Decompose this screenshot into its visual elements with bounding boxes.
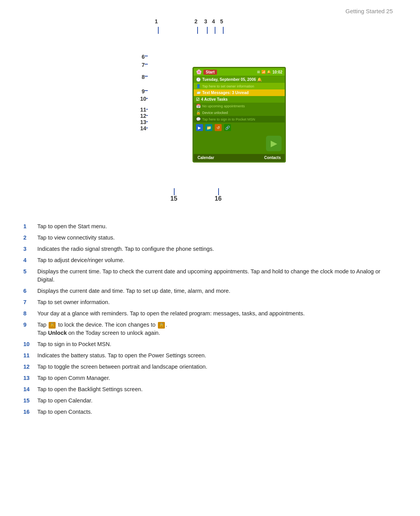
desc-text-9: Tap 🔓 to lock the device. The icon chang… xyxy=(37,321,397,337)
desc-text-16: Tap to open Contacts. xyxy=(37,408,397,416)
label-12: 12 xyxy=(140,113,146,119)
desc-text-1: Tap to open the Start menu. xyxy=(37,222,397,231)
desc-text-2: Tap to view connectivity status. xyxy=(37,234,397,242)
label-3-top: 3 xyxy=(204,18,207,24)
desc-num-6: 6 xyxy=(23,287,37,295)
taskbar-icon-3: ↺ xyxy=(215,124,222,131)
desc-num-9: 9 xyxy=(23,321,37,329)
label-7: 7 xyxy=(142,62,145,68)
label-16: 16 xyxy=(215,195,222,202)
desc-item-6: 6 Displays the current date and time. Ta… xyxy=(23,287,397,295)
desc-text-14: Tap to open the Backlight Settings scree… xyxy=(37,385,397,394)
phone-screen: 🌸 Start ⊞ 📶 🔔 10:02 🕐 Tuesday, September… xyxy=(192,67,286,163)
screen-spacer xyxy=(194,133,285,154)
taskbar-icon-2: 📁 xyxy=(205,124,212,131)
desc-num-13: 13 xyxy=(23,374,37,382)
desc-text-4: Tap to adjust device/ringer volume. xyxy=(37,256,397,264)
owner-row: 👤 Tap here to set owner information xyxy=(194,83,285,89)
desc-text-11: Indicates the battery status. Tap to ope… xyxy=(37,352,397,360)
sms-row: 📨 Text Messages: 3 Unread xyxy=(194,89,285,96)
label-1-top: 1 xyxy=(155,18,158,24)
label-6: 6 xyxy=(142,54,145,60)
calendar-button[interactable]: Calendar xyxy=(198,156,214,160)
desc-item-16: 16 Tap to open Contacts. xyxy=(23,408,397,416)
page-title: Getting Started 25 xyxy=(345,8,393,14)
title-bar-time: 10:02 xyxy=(272,70,282,74)
label-15: 15 xyxy=(170,195,177,202)
date-row: 🕐 Tuesday, September 05, 2006 🔔 xyxy=(194,76,285,83)
taskbar-icon-1: ▶ xyxy=(196,124,203,131)
taskbar-icon-4: 🔗 xyxy=(224,124,231,131)
play-arrow xyxy=(266,136,282,151)
label-8: 8 xyxy=(142,74,145,80)
desc-num-8: 8 xyxy=(23,310,37,318)
desc-num-3: 3 xyxy=(23,245,37,253)
taskbar-row: ▶ 📁 ↺ 🔗 xyxy=(194,122,285,133)
desc-item-11: 11 Indicates the battery status. Tap to … xyxy=(23,352,397,360)
desc-item-2: 2 Tap to view connectivity status. xyxy=(23,234,397,242)
desc-text-15: Tap to open Calendar. xyxy=(37,397,397,405)
desc-text-3: Indicates the radio signal strength. Tap… xyxy=(37,245,397,253)
desc-num-10: 10 xyxy=(23,340,37,348)
desc-text-6: Displays the current date and time. Tap … xyxy=(37,287,397,295)
title-bar: 🌸 Start ⊞ 📶 🔔 10:02 xyxy=(194,68,285,76)
description-list: 1 Tap to open the Start menu. 2 Tap to v… xyxy=(23,222,397,416)
desc-item-4: 4 Tap to adjust device/ringer volume. xyxy=(23,256,397,264)
desc-num-5: 5 xyxy=(23,268,37,276)
desc-item-3: 3 Indicates the radio signal strength. T… xyxy=(23,245,397,253)
desc-text-7: Tap to set owner information. xyxy=(37,298,397,306)
page-header: Getting Started 25 xyxy=(23,8,397,14)
desc-item-14: 14 Tap to open the Backlight Settings sc… xyxy=(23,385,397,394)
desc-text-13: Tap to open Comm Manager. xyxy=(37,374,397,382)
appt-row: 📅 No upcoming appointments xyxy=(194,103,285,109)
label-5-top: 5 xyxy=(220,18,223,24)
desc-num-16: 16 xyxy=(23,408,37,416)
desc-num-15: 15 xyxy=(23,397,37,405)
desc-text-10: Tap to sign in to Pocket MSN. xyxy=(37,340,397,348)
desc-item-7: 7 Tap to set owner information. xyxy=(23,298,397,306)
desc-text-12: Tap to toggle the screen between portrai… xyxy=(37,363,397,371)
label-10: 10 xyxy=(140,96,146,102)
desc-num-2: 2 xyxy=(23,234,37,242)
desc-item-10: 10 Tap to sign in to Pocket MSN. xyxy=(23,340,397,348)
label-9: 9 xyxy=(142,88,145,94)
desc-item-13: 13 Tap to open Comm Manager. xyxy=(23,374,397,382)
label-4-top: 4 xyxy=(212,18,215,24)
desc-item-5: 5 Displays the current time. Tap to chec… xyxy=(23,268,397,284)
desc-text-5: Displays the current time. Tap to check … xyxy=(37,268,397,284)
diagram-area: 1 2 3 4 5 6 7 8 xyxy=(23,18,397,211)
label-11: 11 xyxy=(140,107,146,113)
title-bar-icons: ⊞ 📶 🔔 10:02 xyxy=(257,70,282,74)
label-2-top: 2 xyxy=(194,18,198,24)
desc-num-7: 7 xyxy=(23,298,37,306)
desc-num-11: 11 xyxy=(23,352,37,360)
desc-item-8: 8 Your day at a glance with reminders. T… xyxy=(23,310,397,318)
desc-num-14: 14 xyxy=(23,385,37,394)
desc-item-9: 9 Tap 🔓 to lock the device. The icon cha… xyxy=(23,321,397,337)
desc-text-8: Your day at a glance with reminders. Tap… xyxy=(37,310,397,318)
label-13: 13 xyxy=(140,119,146,125)
start-button[interactable]: Start xyxy=(203,70,217,75)
msn-row: 💬 Tap here to sign in to Pocket MSN xyxy=(194,116,285,122)
desc-num-4: 4 xyxy=(23,256,37,264)
desc-item-12: 12 Tap to toggle the screen between port… xyxy=(23,363,397,371)
tasks-row: ☑ 4 Active Tasks xyxy=(194,96,285,103)
lock-row: 🔓 Device unlocked xyxy=(194,109,285,116)
bottom-bar: Calendar Contacts xyxy=(194,154,285,161)
label-14: 14 xyxy=(140,125,146,131)
desc-item-1: 1 Tap to open the Start menu. xyxy=(23,222,397,231)
desc-num-12: 12 xyxy=(23,363,37,371)
diagram-wrapper: 1 2 3 4 5 6 7 8 xyxy=(121,18,331,211)
contacts-button[interactable]: Contacts xyxy=(264,156,281,160)
desc-item-15: 15 Tap to open Calendar. xyxy=(23,397,397,405)
desc-num-1: 1 xyxy=(23,222,37,231)
title-bar-left: 🌸 Start xyxy=(196,69,217,75)
